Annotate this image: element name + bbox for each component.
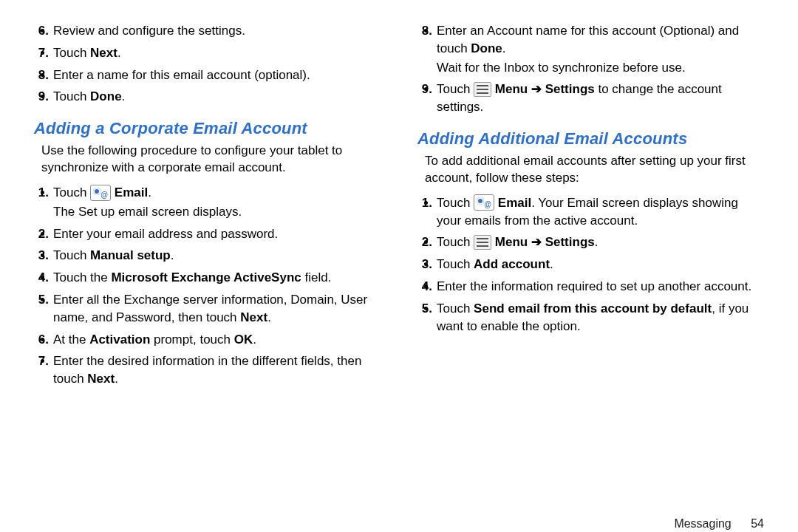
step-8r: 8.Enter an Account name for this account… <box>437 22 764 76</box>
step-text: At the Activation prompt, touch OK. <box>53 332 256 347</box>
step-text: Touch Menu ➔ Settings. <box>437 235 598 249</box>
step-sub: Wait for the Inbox to synchronize before… <box>437 59 764 77</box>
step-text: Enter your email address and password. <box>53 227 278 241</box>
add-step-4: 4.Enter the information required to set … <box>437 278 764 296</box>
menu-icon <box>474 235 491 250</box>
step-text: Touch Email. Your Email screen displays … <box>437 196 738 228</box>
email-icon <box>90 185 111 201</box>
step-text: Enter all the Exchange server informatio… <box>53 293 367 324</box>
right-column: 8.Enter an Account name for this account… <box>417 22 764 510</box>
step-text: Enter the desired information in the dif… <box>53 354 361 386</box>
page-content: 6.Review and configure the settings. 7.T… <box>0 0 798 517</box>
corp-step-1: 1.Touch Email.The Set up email screen di… <box>53 184 381 221</box>
step-text: Enter an Account name for this account (… <box>437 24 764 76</box>
add-step-1: 1.Touch Email. Your Email screen display… <box>437 194 764 230</box>
step-text: Touch Menu ➔ Settings to change the acco… <box>437 82 722 114</box>
step-text: Touch the Microsoft Exchange ActiveSync … <box>53 270 331 284</box>
continuation-list-left: 6.Review and configure the settings. 7.T… <box>34 22 381 106</box>
step-text: Touch Done. <box>53 89 125 103</box>
arrow-icon: ➔ <box>531 235 542 249</box>
additional-steps: 1.Touch Email. Your Email screen display… <box>417 194 764 335</box>
step-text: Review and configure the settings. <box>53 24 245 38</box>
step-text: Touch Next. <box>53 46 121 60</box>
page-footer: Messaging 54 <box>0 517 798 532</box>
step-7: 7.Touch Next. <box>53 44 381 62</box>
footer-page-number: 54 <box>751 517 764 530</box>
continuation-list-right: 8.Enter an Account name for this account… <box>417 22 764 116</box>
step-text: Touch Manual setup. <box>53 248 174 262</box>
step-6: 6.Review and configure the settings. <box>53 22 381 40</box>
intro-additional: To add additional email accounts after s… <box>425 153 764 187</box>
corp-step-6: 6.At the Activation prompt, touch OK. <box>53 331 381 349</box>
corp-step-3: 3.Touch Manual setup. <box>53 247 381 265</box>
step-sub: The Set up email screen displays. <box>53 203 381 221</box>
step-text: Touch Add account. <box>437 257 553 271</box>
footer-section: Messaging <box>674 517 731 530</box>
corp-step-4: 4.Touch the Microsoft Exchange ActiveSyn… <box>53 269 381 287</box>
menu-icon <box>474 82 491 97</box>
step-8: 8.Enter a name for this email account (o… <box>53 66 381 84</box>
left-column: 6.Review and configure the settings. 7.T… <box>34 22 381 510</box>
subheading-additional: Adding Additional Email Accounts <box>417 129 764 149</box>
add-step-3: 3.Touch Add account. <box>437 256 764 273</box>
intro-corporate: Use the following procedure to configure… <box>41 143 381 177</box>
add-step-5: 5.Touch Send email from this account by … <box>437 300 764 335</box>
corp-step-7: 7.Enter the desired information in the d… <box>53 352 381 388</box>
step-text: Enter the information required to set up… <box>437 279 751 293</box>
add-step-2: 2.Touch Menu ➔ Settings. <box>437 233 764 251</box>
corporate-steps: 1.Touch Email.The Set up email screen di… <box>34 184 381 388</box>
corp-step-5: 5.Enter all the Exchange server informat… <box>53 291 381 327</box>
step-9r: 9.Touch Menu ➔ Settings to change the ac… <box>437 81 764 116</box>
arrow-icon: ➔ <box>531 82 542 96</box>
step-text: Enter a name for this email account (opt… <box>53 68 310 82</box>
subheading-corporate: Adding a Corporate Email Account <box>34 119 381 138</box>
step-9: 9.Touch Done. <box>53 88 381 106</box>
email-icon <box>474 194 494 211</box>
corp-step-2: 2.Enter your email address and password. <box>53 225 381 243</box>
step-text: Touch Email.The Set up email screen disp… <box>53 185 381 221</box>
step-text: Touch Send email from this account by de… <box>437 301 748 333</box>
